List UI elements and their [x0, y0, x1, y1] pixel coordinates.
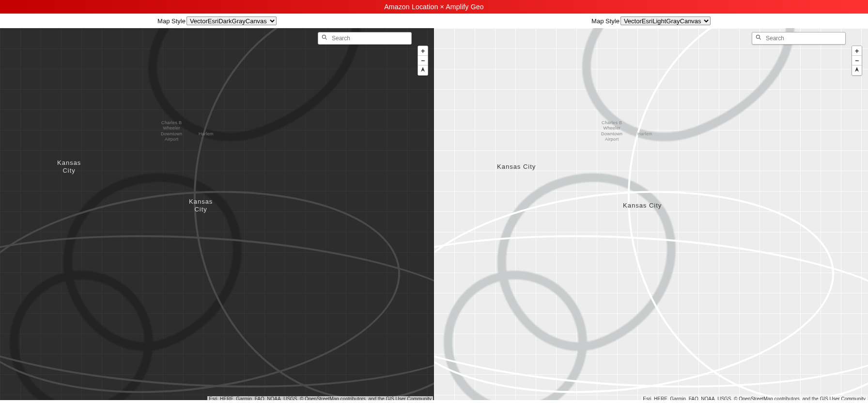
style-select-left[interactable]: VectorEsriDarkGrayCanvas VectorEsriLight… [186, 16, 277, 25]
zoom-in-button[interactable]: + [418, 46, 428, 56]
zoom-out-button[interactable]: − [418, 56, 428, 65]
style-select-right[interactable]: VectorEsriDarkGrayCanvas VectorEsriLight… [620, 16, 711, 25]
style-label-left: Map Style [157, 17, 186, 25]
svg-line-1 [325, 38, 326, 39]
style-label-right: Map Style [591, 17, 620, 25]
app-title: Amazon Location × Amplify Geo [384, 3, 483, 11]
map-left[interactable]: KansasCity KansasCity Harlem Charles BWh… [0, 28, 434, 403]
search-input-right[interactable] [765, 34, 842, 42]
svg-marker-5 [855, 67, 859, 72]
style-toolbar: Map Style VectorEsriDarkGrayCanvas Vecto… [0, 14, 868, 28]
search-input-left[interactable] [331, 34, 408, 42]
map-right[interactable]: Kansas City Kansas City Harlem Charles B… [434, 28, 868, 403]
zoom-in-button[interactable]: + [852, 46, 862, 56]
svg-point-0 [322, 35, 326, 38]
svg-marker-2 [421, 67, 425, 72]
compass-icon [854, 66, 859, 74]
compass-icon [420, 66, 425, 74]
svg-point-3 [756, 35, 760, 38]
compass-button[interactable] [852, 65, 862, 75]
map-controls-left: + − [418, 46, 428, 76]
compass-button[interactable] [418, 65, 428, 75]
zoom-out-button[interactable]: − [852, 56, 862, 65]
search-icon [755, 34, 762, 43]
style-cell-right: Map Style VectorEsriDarkGrayCanvas Vecto… [434, 14, 868, 28]
search-icon [321, 34, 328, 43]
search-box-left[interactable] [318, 32, 412, 45]
svg-line-4 [759, 38, 760, 39]
map-controls-right: + − [852, 46, 862, 76]
search-box-right[interactable] [752, 32, 846, 45]
bottom-strip [0, 400, 868, 403]
style-cell-left: Map Style VectorEsriDarkGrayCanvas Vecto… [0, 14, 434, 28]
app-header: Amazon Location × Amplify Geo [0, 0, 868, 14]
